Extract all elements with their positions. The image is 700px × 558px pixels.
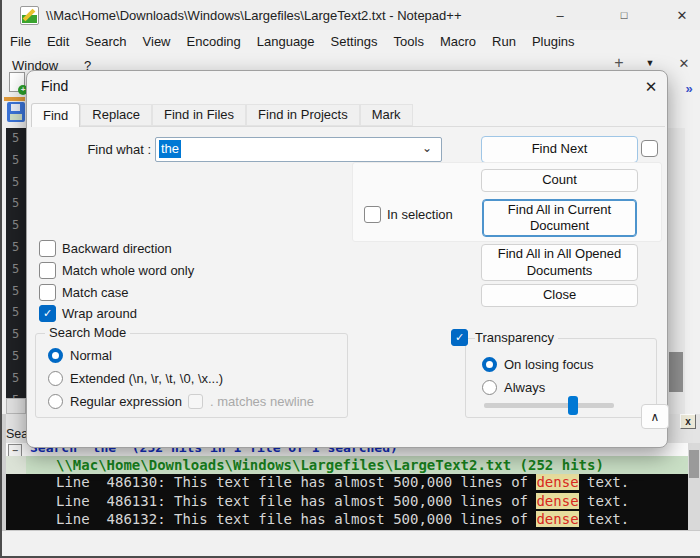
toolbar-overflow-icon[interactable]: » [680,80,698,96]
radio-extended[interactable] [48,371,63,386]
checkbox-match-case[interactable] [39,284,56,301]
label-match-case: Match case [62,285,128,300]
menu-item-file[interactable]: File [2,32,39,54]
count-button[interactable]: Count [481,169,638,192]
in-selection-checkbox[interactable] [364,206,381,223]
new-file-icon[interactable]: + [9,72,25,92]
find-next-button[interactable]: Find Next [481,136,638,163]
title-bar: \\Mac\Home\Downloads\Windows\Largefiles\… [0,0,700,30]
result-line-suffix: text. [579,511,630,527]
menu-item-view[interactable]: View [135,32,179,54]
editor-vscrollbar-thumb[interactable] [669,352,683,392]
dialog-tab-replace[interactable]: Replace [80,104,152,126]
toolbar-highlight [4,97,25,101]
match-highlight: dense [536,474,578,490]
menu-item-language[interactable]: Language [249,32,323,54]
window-left-border [0,0,2,558]
editor-line-number: 5 [12,218,19,232]
dialog-tab-find-in-files[interactable]: Find in Files [152,104,246,126]
result-line-prefix: Line 486132: This text file has almost 5… [56,511,536,527]
dialog-tab-strip: FindReplaceFind in FilesFind in Projects… [31,103,665,127]
label-backward-direction: Backward direction [62,241,172,256]
find-what-combobox[interactable]: the ⌄ [155,137,442,162]
find-what-value: the [159,140,181,158]
tab-list-triangle-icon[interactable]: ▼ [642,56,658,70]
label-wrap-around: Wrap around [62,306,137,321]
in-selection-label: In selection [387,207,453,222]
radio-extended-label: Extended (\n, \r, \t, \0, \x...) [70,371,223,386]
editor-line-numbers: 5555555555555 [6,128,26,398]
minimize-button[interactable]: – [542,0,578,30]
find-all-opened-button[interactable]: Find All in All Opened Documents [481,244,638,281]
transparency-slider-track[interactable] [484,403,614,408]
transparency-checkbox[interactable]: ✓ [451,329,468,346]
results-lines: Line 486130: This text file has almost 5… [6,474,688,530]
radio-normal[interactable] [48,348,63,363]
editor-line-number: 5 [12,175,19,189]
results-file-header-text: \\Mac\Home\Downloads\Windows\Largefiles\… [56,457,604,473]
maximize-button[interactable]: □ [606,0,642,30]
find-dialog: Find ✕ FindReplaceFind in FilesFind in P… [26,70,668,448]
results-panel-close-icon[interactable]: x [680,414,696,429]
result-line[interactable]: Line 486132: This text file has almost 5… [6,511,688,530]
editor-line-number: 5 [12,371,19,385]
collapse-dialog-button[interactable]: ∧ [641,404,669,429]
find-what-label: Find what : [45,142,151,157]
result-line[interactable]: Line 486130: This text file has almost 5… [6,474,688,493]
close-find-button[interactable]: Close [481,284,638,307]
menu-item-settings[interactable]: Settings [323,32,386,54]
menu-bar: FileEditSearchViewEncodingLanguageSettin… [2,32,682,54]
label-match-whole-word-only: Match whole word only [62,263,194,278]
search-mode-legend: Search Mode [45,325,130,340]
editor-line-number: 5 [12,240,19,254]
radio-regex-label: Regular expression [70,394,182,409]
dialog-title: Find [41,78,68,94]
result-line-suffix: text. [579,474,630,490]
editor-line-number: 5 [12,196,19,210]
matches-newline-checkbox [188,394,203,409]
results-file-header[interactable]: \\Mac\Home\Downloads\Windows\Largefiles\… [26,456,688,474]
result-line-suffix: text. [579,493,630,509]
menu-item-run[interactable]: Run [484,32,524,54]
menu-item-search[interactable]: Search [77,32,134,54]
window-title: \\Mac\Home\Downloads\Windows\Largefiles\… [46,8,461,23]
checkbox-match-whole-word-only[interactable] [39,262,56,279]
find-next-extra-checkbox[interactable] [641,140,658,157]
radio-always[interactable] [482,380,497,395]
transparency-label: Transparency [475,330,558,347]
editor-line-number: 5 [12,305,19,319]
matches-newline-label: . matches newline [210,394,314,409]
results-vscrollbar-thumb[interactable] [689,450,699,478]
radio-regex[interactable] [48,394,63,409]
dialog-close-icon[interactable]: ✕ [637,74,665,100]
checkbox-wrap-around[interactable]: ✓ [39,305,56,322]
notepad-app-icon [20,6,39,25]
result-line[interactable]: Line 486131: This text file has almost 5… [6,493,688,512]
editor-line-number: 5 [12,284,19,298]
editor-hscrollbar[interactable] [6,398,26,414]
editor-line-number: 5 [12,327,19,341]
find-all-current-button[interactable]: Find All in Current Document [482,199,637,237]
menu-item-edit[interactable]: Edit [39,32,77,54]
menu-item-tools[interactable]: Tools [386,32,432,54]
chevron-down-icon[interactable]: ⌄ [422,141,432,155]
menu-item-plugins[interactable]: Plugins [524,32,583,54]
tab-close-icon[interactable]: ✕ [674,54,694,72]
dialog-tab-find-in-projects[interactable]: Find in Projects [246,104,360,126]
checkbox-backward-direction[interactable] [39,240,56,257]
menu-item-macro[interactable]: Macro [432,32,484,54]
editor-line-number: 5 [12,262,19,276]
radio-always-label: Always [504,380,545,395]
dialog-tab-mark[interactable]: Mark [360,104,413,126]
match-highlight: dense [536,493,578,509]
menu-item-encoding[interactable]: Encoding [179,32,249,54]
close-button[interactable]: ✕ [664,0,700,30]
save-icon[interactable] [7,102,25,122]
radio-on-losing-focus[interactable] [482,357,497,372]
results-margin [6,456,26,474]
search-mode-group: Search Mode Normal Extended (\n, \r, \t,… [35,333,348,418]
radio-on-losing-focus-label: On losing focus [504,357,594,372]
dialog-tab-find[interactable]: Find [31,103,80,127]
result-line-prefix: Line 486130: This text file has almost 5… [56,474,536,490]
transparency-slider-thumb[interactable] [568,396,578,415]
